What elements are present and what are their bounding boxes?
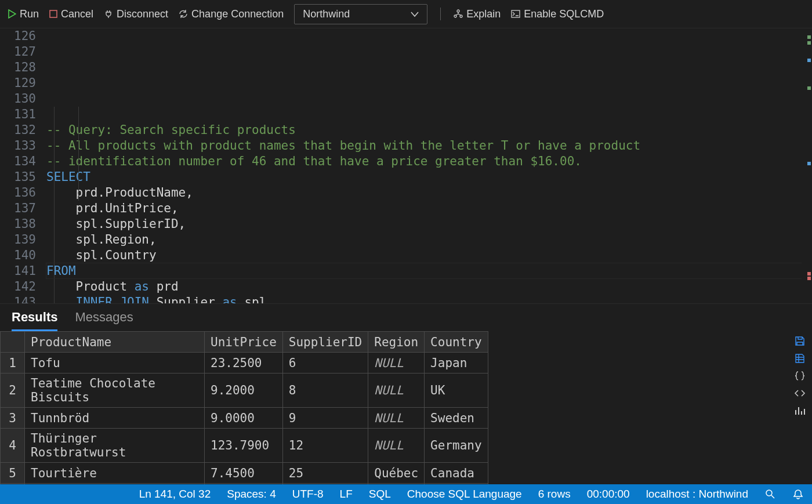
line-number: 136 (0, 185, 36, 201)
code-line[interactable]: -- Query: Search specific products (46, 122, 812, 138)
column-header[interactable]: SupplierID (282, 332, 368, 353)
change-connection-button[interactable]: Change Connection (179, 8, 284, 20)
row-number-header (1, 332, 25, 353)
cell[interactable]: NULL (368, 353, 425, 374)
indent-guide (78, 107, 79, 201)
line-number: 135 (0, 169, 36, 185)
cell[interactable]: NULL (368, 374, 425, 408)
explain-button[interactable]: Explain (454, 8, 501, 20)
cell[interactable]: 6 (282, 353, 368, 374)
code-line[interactable]: spl.SupplierID, (46, 216, 812, 232)
code-line[interactable] (46, 107, 812, 122)
table-row[interactable]: 5Tourtière7.450025QuébecCanada (1, 463, 488, 484)
unplug-icon (104, 9, 113, 19)
tab-messages[interactable]: Messages (75, 310, 133, 331)
row-number: 5 (1, 463, 25, 484)
column-header[interactable]: Region (368, 332, 425, 353)
cell[interactable]: Germany (425, 429, 488, 463)
cell[interactable]: NULL (368, 429, 425, 463)
status-time[interactable]: 00:00:00 (587, 488, 630, 501)
save-csv-icon[interactable] (793, 335, 806, 347)
table-row[interactable]: 4Thüringer Rostbratwurst123.790012NULLGe… (1, 429, 488, 463)
table-row[interactable]: 1Tofu23.25006NULLJapan (1, 353, 488, 374)
run-button[interactable]: Run (8, 8, 39, 20)
status-spaces[interactable]: Spaces: 4 (227, 488, 276, 501)
enable-sqlcmd-button[interactable]: Enable SQLCMD (511, 8, 604, 20)
code-line[interactable]: spl.Country (46, 248, 812, 263)
cell[interactable]: Teatime Chocolate Biscuits (25, 374, 205, 408)
bell-icon[interactable] (792, 488, 804, 500)
status-rowcount[interactable]: 6 rows (538, 488, 571, 501)
status-eol[interactable]: LF (340, 488, 353, 501)
svg-point-2 (454, 15, 456, 17)
cell[interactable]: Japan (425, 353, 488, 374)
cell[interactable]: Canada (425, 463, 488, 484)
code-line[interactable]: INNER JOIN Supplier as spl (46, 295, 812, 303)
line-number: 127 (0, 44, 36, 60)
run-label: Run (20, 8, 39, 20)
line-number: 134 (0, 154, 36, 169)
cell[interactable]: UK (425, 374, 488, 408)
minimap[interactable] (802, 28, 812, 303)
tab-results[interactable]: Results (12, 310, 57, 331)
status-lang[interactable]: SQL (369, 488, 391, 501)
table-row[interactable]: 2Teatime Chocolate Biscuits9.20008NULLUK (1, 374, 488, 408)
code-line[interactable]: spl.Region, (46, 232, 812, 248)
tree-icon (454, 9, 463, 19)
cell[interactable]: Tofu (25, 353, 205, 374)
cell[interactable]: 23.2500 (205, 353, 283, 374)
code-line[interactable]: FROM (46, 263, 812, 279)
cell[interactable]: 12 (282, 429, 368, 463)
table-row[interactable]: 3Tunnbröd9.00009NULLSweden (1, 408, 488, 429)
feedback-icon[interactable] (764, 488, 776, 500)
terminal-icon (511, 10, 520, 18)
database-select[interactable]: Northwind (294, 4, 427, 24)
cell[interactable]: Thüringer Rostbratwurst (25, 429, 205, 463)
results-grid[interactable]: ProductNameUnitPriceSupplierIDRegionCoun… (0, 331, 488, 504)
cell[interactable]: Québec (368, 463, 425, 484)
line-number: 141 (0, 263, 36, 279)
cell[interactable]: Tunnbröd (25, 408, 205, 429)
status-encoding[interactable]: UTF-8 (292, 488, 324, 501)
status-choose-lang[interactable]: Choose SQL Language (407, 488, 522, 501)
results-side-toolbar (793, 331, 812, 504)
cell[interactable]: 8 (282, 374, 368, 408)
line-number: 128 (0, 60, 36, 75)
cell[interactable]: Sweden (425, 408, 488, 429)
code-line[interactable]: SELECT (46, 169, 812, 185)
code-area[interactable]: -- Query: Search specific products-- All… (46, 28, 812, 303)
column-header[interactable]: Country (425, 332, 488, 353)
column-header[interactable]: UnitPrice (205, 332, 283, 353)
code-line[interactable]: -- All products with product names that … (46, 138, 812, 154)
column-header[interactable]: ProductName (25, 332, 205, 353)
save-json-icon[interactable] (793, 369, 806, 382)
line-number: 126 (0, 28, 36, 44)
cell[interactable]: 25 (282, 463, 368, 484)
sql-editor[interactable]: 1261271281291301311321331341351361371381… (0, 28, 812, 303)
disconnect-button[interactable]: Disconnect (104, 8, 168, 20)
chart-icon[interactable] (793, 404, 806, 417)
code-line[interactable]: prd.UnitPrice, (46, 201, 812, 216)
code-line[interactable]: -- identification number of 46 and that … (46, 154, 812, 169)
cell[interactable]: 9.0000 (205, 408, 283, 429)
status-cursor[interactable]: Ln 141, Col 32 (139, 488, 211, 501)
cancel-button[interactable]: Cancel (49, 8, 93, 20)
save-excel-icon[interactable] (793, 352, 806, 365)
cell[interactable]: Tourtière (25, 463, 205, 484)
code-line[interactable]: Product as prd (46, 279, 812, 295)
cell[interactable]: NULL (368, 408, 425, 429)
line-number: 139 (0, 232, 36, 248)
swap-icon (179, 9, 188, 19)
cell[interactable]: 9.2000 (205, 374, 283, 408)
status-connection[interactable]: localhost : Northwind (646, 488, 748, 501)
line-number: 138 (0, 216, 36, 232)
code-line[interactable]: prd.ProductName, (46, 185, 812, 201)
cell[interactable]: 9 (282, 408, 368, 429)
cell[interactable]: 7.4500 (205, 463, 283, 484)
line-number: 129 (0, 75, 36, 91)
save-xml-icon[interactable] (793, 387, 806, 400)
cell[interactable]: 123.7900 (205, 429, 283, 463)
line-number-gutter: 1261271281291301311321331341351361371381… (0, 28, 46, 303)
row-number: 1 (1, 353, 25, 374)
line-number: 133 (0, 138, 36, 154)
